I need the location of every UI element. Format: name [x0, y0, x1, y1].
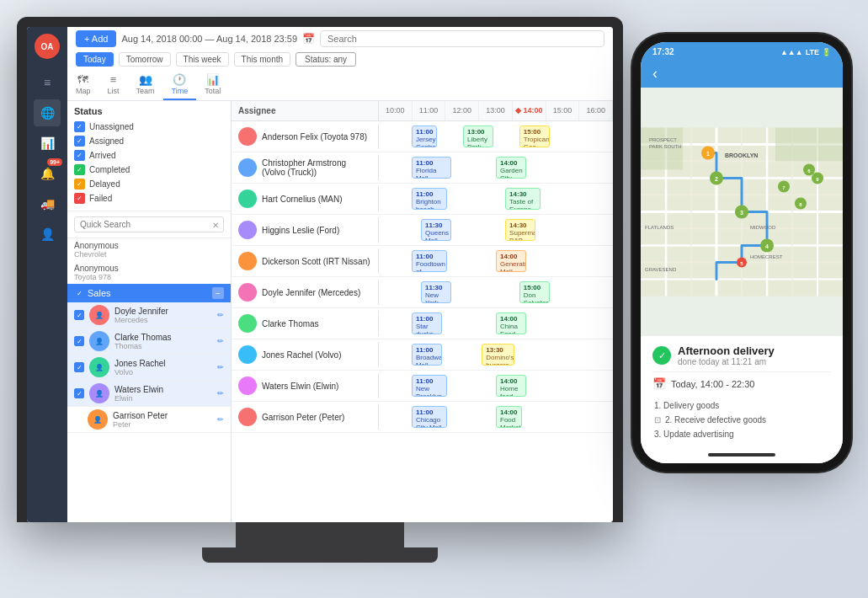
add-button[interactable]: + Add: [76, 30, 116, 47]
driver-item-clarke[interactable]: ✓ 👤 Clarke Thomas Thomas ✏: [67, 328, 231, 355]
task-block[interactable]: 14:00 Garden City Store: [496, 157, 526, 179]
chart-icon[interactable]: 📊: [34, 130, 61, 157]
assignee-name: Anderson Felix (Toyota 978): [262, 132, 367, 141]
checkbox-arrived[interactable]: ✓: [74, 150, 85, 161]
user-avatar[interactable]: OA: [35, 34, 60, 59]
task-block[interactable]: 14:00 China Food Store: [496, 312, 526, 334]
driver-check-waters[interactable]: ✓: [74, 388, 84, 398]
checkbox-failed[interactable]: ✓: [74, 193, 85, 204]
driver-vehicle-clarke: Thomas: [114, 342, 212, 350]
task-block[interactable]: 11:30 Queens Mall: [421, 219, 451, 241]
tab-time[interactable]: 🕐 Time: [163, 70, 197, 100]
filter-this-week[interactable]: This week: [176, 52, 229, 67]
status-item-unassigned[interactable]: ✓ Unassigned: [74, 120, 224, 134]
task-block[interactable]: 14:30 Supermarket B&B: [505, 219, 535, 241]
task-block[interactable]: 11:00 Brighton beach Mall: [412, 188, 447, 210]
task-block[interactable]: 11:00 Foodtown of James: [412, 250, 447, 272]
task-block[interactable]: 11:30 New York Market: [421, 281, 451, 303]
task-block[interactable]: 13:30 Domino's burgers: [482, 344, 514, 366]
task-block[interactable]: 11:00 Broadway Mall: [412, 344, 442, 366]
task-block[interactable]: 11:00 New Brooklyn mall: [412, 375, 447, 397]
task-block[interactable]: 11:00 Florida Mall: [412, 157, 451, 179]
driver-vehicle-doyle: Mercedes: [114, 316, 212, 324]
assignee-cell: Christopher Armstrong (Volvo (Truck)): [232, 155, 379, 180]
person-icon[interactable]: 👤: [34, 221, 61, 248]
quick-search-input[interactable]: [74, 216, 224, 232]
filter-this-month[interactable]: This month: [234, 52, 290, 67]
driver-item-garrison[interactable]: 👤 Garrison Peter Peter ✏: [67, 407, 231, 433]
driver-check-doyle[interactable]: ✓: [74, 310, 84, 320]
filter-tomorrow[interactable]: Tomorrow: [119, 52, 171, 67]
task-block[interactable]: 15:00 Tropicana Goo...: [519, 125, 550, 147]
menu-icon[interactable]: ≡: [34, 69, 61, 96]
task-block[interactable]: 14:30 Taste of Europe Sto...: [505, 188, 541, 210]
assignee-cell: Dickerson Scott (IRT Nissan): [232, 248, 379, 274]
tab-map-label: Map: [76, 87, 91, 95]
task-block[interactable]: 11:00 Star ducks: [412, 312, 442, 334]
checkbox-delayed[interactable]: ✓: [74, 179, 85, 190]
tab-team[interactable]: 👥 Team: [128, 70, 163, 100]
truck-icon[interactable]: 🚚: [34, 190, 61, 217]
assignee-avatar: [238, 221, 257, 239]
tab-list[interactable]: ≡ List: [99, 70, 128, 100]
map-icon: 🗺: [77, 73, 88, 86]
task-name: Broadway Mall: [416, 354, 438, 366]
checkbox-completed[interactable]: ✓: [74, 164, 85, 175]
status-filter[interactable]: Status: any: [296, 52, 356, 67]
checkbox-unassigned[interactable]: ✓: [74, 121, 85, 132]
task-time: 14:00: [500, 377, 522, 385]
task-block[interactable]: 14:00 Generation Mall: [496, 250, 526, 272]
back-button[interactable]: ‹: [652, 65, 658, 83]
status-item-arrived[interactable]: ✓ Arrived: [74, 148, 224, 163]
task-time: 11:00: [416, 315, 438, 323]
clear-search-icon[interactable]: ✕: [212, 220, 219, 229]
tab-total[interactable]: 📊 Total: [196, 70, 229, 100]
tab-list-label: List: [108, 87, 120, 95]
driver-check-clarke[interactable]: ✓: [74, 336, 84, 346]
driver-avatar-waters: 👤: [89, 383, 109, 403]
signal-bars-icon: ▲▲▲: [780, 48, 803, 56]
driver-item-doyle[interactable]: ✓ 👤 Doyle Jennifer Mercedes ✏: [67, 302, 231, 328]
bell-icon[interactable]: 🔔 99+: [34, 160, 61, 187]
task-block[interactable]: 11:00 Chicago City Mall: [412, 406, 447, 428]
edit-icon-jones[interactable]: ✏: [217, 363, 224, 371]
phone-device: 17:32 ▲▲▲ LTE 🔋 ‹: [641, 42, 843, 463]
monitor-base: [202, 547, 438, 563]
driver-item-waters[interactable]: ✓ 👤 Waters Elwin Elwin ✏: [67, 381, 231, 407]
phone-status-right: ▲▲▲ LTE 🔋: [780, 48, 831, 56]
edit-icon-waters[interactable]: ✏: [217, 389, 224, 398]
search-input[interactable]: [320, 30, 604, 47]
status-item-assigned[interactable]: ✓ Assigned: [74, 134, 224, 148]
filter-today[interactable]: Today: [76, 52, 114, 67]
assignee-avatar: [238, 127, 257, 146]
globe-icon[interactable]: 🌐: [34, 99, 61, 126]
filter-row: Today Tomorrow This week This month Stat…: [67, 51, 613, 70]
tab-total-label: Total: [205, 87, 221, 95]
driver-check-jones[interactable]: ✓: [74, 362, 84, 372]
task-block[interactable]: 15:00 Don Salvatore: [519, 281, 550, 303]
status-label-assigned: Assigned: [89, 136, 124, 146]
task-block[interactable]: 13:00 Liberty Park S...: [463, 125, 493, 147]
anonymous-name-2: Anonymous: [74, 264, 224, 273]
task-time: 13:00: [467, 128, 489, 136]
checkbox-assigned[interactable]: ✓: [74, 136, 85, 147]
task-block[interactable]: 11:00 Jersey Central: [412, 125, 438, 147]
tab-map[interactable]: 🗺 Map: [67, 70, 99, 100]
calendar-icon[interactable]: 📅: [302, 33, 315, 45]
group-check[interactable]: ✓: [74, 288, 84, 298]
status-item-delayed[interactable]: ✓ Delayed: [74, 177, 224, 191]
tab-time-label: Time: [172, 87, 189, 95]
task-block[interactable]: 14:00 Home food store: [496, 375, 526, 397]
status-item-completed[interactable]: ✓ Completed: [74, 163, 224, 177]
group-collapse-icon[interactable]: −: [212, 287, 224, 299]
phone-map[interactable]: 1 2 3 4 5 6 7 8: [641, 88, 843, 336]
group-sales[interactable]: ✓ Sales −: [67, 284, 231, 302]
driver-item-jones[interactable]: ✓ 👤 Jones Rachel Volvo ✏: [67, 355, 231, 381]
edit-icon-garrison[interactable]: ✏: [217, 415, 224, 424]
checklist-num-2: 2. Receive defective goods: [665, 413, 766, 427]
task-block[interactable]: 14:00 Food Market: [496, 406, 522, 428]
delivery-title: Afternoon delivery: [678, 344, 775, 357]
edit-icon-doyle[interactable]: ✏: [217, 311, 224, 319]
edit-icon-clarke[interactable]: ✏: [217, 337, 224, 345]
status-item-failed[interactable]: ✓ Failed: [74, 191, 224, 206]
